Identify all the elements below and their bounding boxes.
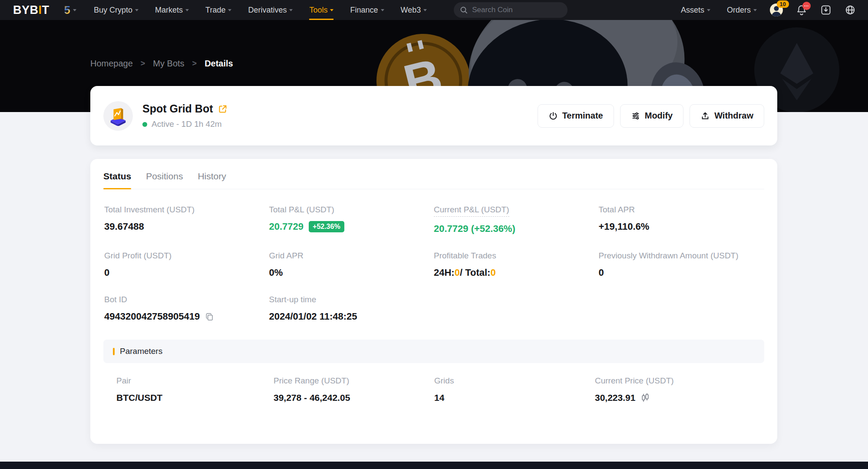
- stat-profitable-trades: Profitable Trades 24H: 0 / Total: 0: [434, 251, 599, 278]
- breadcrumb-my-bots[interactable]: My Bots: [153, 59, 184, 69]
- download-app[interactable]: [820, 4, 832, 16]
- stat-label: Total P&L (USDT): [269, 205, 334, 215]
- chevron-down-icon: [185, 9, 189, 11]
- param-pair: Pair BTC/USDT: [116, 376, 274, 403]
- notifications-bell[interactable]: ⋯: [796, 4, 807, 16]
- stat-bot-id: Bot ID 494320042758905419: [104, 295, 269, 322]
- download-icon: [820, 4, 832, 16]
- stat-label: Total APR: [599, 205, 635, 215]
- nav-item-tools[interactable]: Tools: [309, 0, 333, 20]
- param-current-price: Current Price (USDT) 30,223.91: [595, 376, 751, 403]
- notification-count-badge: 10: [777, 0, 789, 8]
- stat-current-pnl: Current P&L (USDT) 20.7729 (+52.36%): [434, 205, 599, 234]
- detail-tabs: Status Positions History: [103, 159, 764, 189]
- tab-positions[interactable]: Positions: [146, 171, 183, 189]
- nav-right-section: Assets Orders 10 ⋯: [664, 3, 856, 17]
- nav-item-web3[interactable]: Web3: [401, 0, 427, 20]
- stat-total-pnl: Total P&L (USDT) 20.7729 +52.36%: [269, 205, 434, 234]
- pnl-percent-badge: +52.36%: [309, 221, 344, 232]
- footer-strip: [0, 462, 868, 469]
- stat-value: 0%: [269, 267, 434, 278]
- sliders-icon: [631, 111, 640, 121]
- nav-item-markets[interactable]: Markets: [155, 0, 189, 20]
- param-value: 39,278 - 46,242.05: [274, 393, 434, 403]
- chevron-down-icon: [753, 9, 757, 11]
- accent-bar: [113, 348, 115, 355]
- stat-grid-apr: Grid APR 0%: [269, 251, 434, 278]
- nav-item-derivatives[interactable]: Derivatives: [248, 0, 293, 20]
- stat-startup-time: Start-up time 2024/01/02 11:48:25: [269, 295, 434, 322]
- stat-previously-withdrawn: Previously Withdrawn Amount (USDT) 0: [599, 251, 764, 278]
- language-selector[interactable]: [845, 4, 856, 16]
- anniversary-5-icon: 5: [64, 3, 70, 17]
- breadcrumb-separator: >: [192, 59, 197, 68]
- stat-label: Grid APR: [269, 251, 304, 261]
- param-price-range: Price Range (USDT) 39,278 - 46,242.05: [274, 376, 434, 403]
- breadcrumb-details: Details: [205, 59, 233, 69]
- external-link-icon[interactable]: [218, 104, 228, 114]
- breadcrumb: Homepage > My Bots > Details: [90, 59, 233, 69]
- anniversary-badge[interactable]: 5: [64, 3, 76, 17]
- alert-badge: ⋯: [802, 2, 811, 10]
- bybit-logo[interactable]: BYBIT: [13, 3, 50, 17]
- nav-menu: Buy Crypto Markets Trade Derivatives Too…: [94, 0, 443, 20]
- bot-actions: Terminate Modify Withdraw: [538, 104, 764, 128]
- withdraw-button[interactable]: Withdraw: [690, 104, 764, 128]
- parameters-header: Parameters: [103, 340, 764, 363]
- stat-value: 494320042758905419: [104, 311, 200, 322]
- nav-item-orders[interactable]: Orders: [727, 6, 757, 15]
- modify-button[interactable]: Modify: [620, 104, 683, 128]
- param-grids: Grids 14: [434, 376, 595, 403]
- copy-icon[interactable]: [205, 312, 214, 321]
- globe-icon: [845, 4, 856, 16]
- power-icon: [548, 111, 558, 121]
- chevron-down-icon: [135, 9, 139, 11]
- stat-value: 0: [599, 267, 764, 278]
- chevron-down-icon: [228, 9, 231, 11]
- status-dot: [142, 122, 147, 127]
- parameters-row: Pair BTC/USDT Price Range (USDT) 39,278 …: [103, 363, 764, 403]
- parameters-title: Parameters: [120, 347, 162, 356]
- bot-avatar: [103, 101, 133, 131]
- nav-item-finance[interactable]: Finance: [350, 0, 384, 20]
- breadcrumb-homepage[interactable]: Homepage: [90, 59, 133, 69]
- coin-search[interactable]: [454, 2, 568, 18]
- bot-meta: Spot Grid Bot Active - 1D 1h 42m: [142, 102, 228, 129]
- chevron-down-icon: [423, 9, 427, 11]
- param-value: 30,223.91: [595, 393, 635, 403]
- tab-history[interactable]: History: [198, 171, 226, 189]
- grid-bot-icon: [108, 106, 128, 126]
- param-value: 14: [434, 393, 595, 403]
- chevron-down-icon: [707, 9, 710, 11]
- param-label: Grids: [434, 376, 454, 385]
- stat-label: Bot ID: [104, 295, 127, 304]
- kline-chart-icon[interactable]: [640, 393, 650, 403]
- upload-icon: [700, 111, 710, 121]
- stat-value: 2024/01/02 11:48:25: [269, 311, 434, 322]
- terminate-button[interactable]: Terminate: [538, 104, 614, 128]
- stat-label: Total Investment (USDT): [104, 205, 195, 215]
- profile-avatar[interactable]: 10: [770, 3, 783, 17]
- param-label: Price Range (USDT): [274, 376, 349, 385]
- param-label: Pair: [116, 376, 131, 385]
- stat-value: +19,110.6%: [599, 221, 764, 232]
- tab-status[interactable]: Status: [103, 171, 131, 189]
- chevron-down-icon: [289, 9, 293, 11]
- stat-label: Previously Withdrawn Amount (USDT): [599, 251, 739, 261]
- search-input[interactable]: [472, 6, 550, 14]
- stat-value: 20.7729: [269, 221, 304, 232]
- stat-value: 20.7729 (+52.36%): [434, 223, 599, 234]
- param-value: BTC/USDT: [116, 393, 274, 403]
- status-stats-grid: Total Investment (USDT) 39.67488 Total P…: [103, 205, 764, 322]
- stat-value: 39.67488: [104, 221, 269, 232]
- stat-label: Profitable Trades: [434, 251, 496, 261]
- stat-value: 24H: 0 / Total: 0: [434, 267, 599, 278]
- nav-item-assets[interactable]: Assets: [681, 6, 710, 15]
- search-icon: [460, 6, 468, 14]
- stat-label-tooltip[interactable]: Current P&L (USDT): [434, 205, 509, 217]
- chevron-down-icon: [330, 9, 333, 11]
- top-navigation: BYBIT 5 Buy Crypto Markets Trade Derivat…: [0, 0, 868, 20]
- nav-item-buy-crypto[interactable]: Buy Crypto: [94, 0, 139, 20]
- chevron-down-icon: [381, 9, 384, 11]
- nav-item-trade[interactable]: Trade: [205, 0, 231, 20]
